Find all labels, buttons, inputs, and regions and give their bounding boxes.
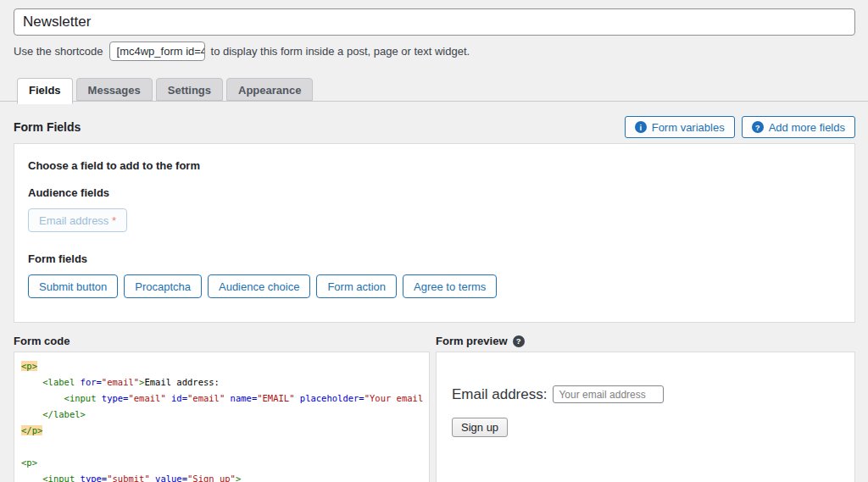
form-editor-page: Use the shortcode to display this form i… [0,0,868,482]
code-preview-columns: Form code <p> <label for="email">Email a… [14,335,855,482]
field-chooser-panel: Choose a field to add to the form Audien… [14,143,855,323]
procaptcha-button[interactable]: Procaptcha [124,274,202,298]
code-line: </p> [21,423,429,439]
form-code-editor[interactable]: <p> <label for="email">Email address: <i… [14,352,430,482]
tab-settings[interactable]: Settings [156,78,223,101]
form-code-label: Form code [14,335,70,347]
submit-button-button[interactable]: Submit button [28,274,118,298]
required-asterisk: * [112,214,116,227]
add-more-fields-button-label: Add more fields [769,121,845,134]
add-more-fields-button[interactable]: ?Add more fields [742,116,855,138]
form-fields-heading: Form fields [28,252,841,265]
form-title-input[interactable] [14,8,855,36]
code-line: <input type="submit" value="Sign up"> [21,471,429,482]
preview-email-input[interactable] [553,385,664,403]
code-line: </label> [21,407,429,423]
form-variables-button-label: Form variables [652,121,725,134]
question-icon: ? [752,121,764,133]
email-address-field-button[interactable]: Email address * [28,208,127,232]
form-field-buttons: Submit buttonProcaptchaAudience choiceFo… [28,274,841,298]
code-line: <label for="email">Email address: [21,374,429,391]
audience-choice-button[interactable]: Audience choice [208,274,310,298]
help-icon[interactable]: ? [513,335,525,347]
page-title: Form Fields [14,120,81,134]
shortcode-prefix-text: Use the shortcode [14,45,103,58]
form-fields-header: Form Fields iForm variables?Add more fie… [14,116,855,138]
info-icon: i [635,121,647,133]
tab-appearance[interactable]: Appearance [226,78,313,101]
shortcode-suffix-text: to display this form inside a post, page… [211,45,470,58]
code-line: <p> [21,358,429,374]
form-action-button[interactable]: Form action [316,274,397,298]
code-line: <p> [21,455,429,471]
preview-signup-button[interactable]: Sign up [452,418,508,437]
tab-bar: FieldsMessagesSettingsAppearance [14,78,855,104]
form-code-column: Form code <p> <label for="email">Email a… [14,335,430,482]
form-preview-panel: Email address: Sign up [436,352,855,482]
field-chooser-intro: Choose a field to add to the form [28,159,841,172]
form-variables-button[interactable]: iForm variables [625,116,735,138]
header-buttons: iForm variables?Add more fields [625,116,855,138]
form-preview-column: Form preview ? Email address: Sign up [436,335,855,482]
shortcode-input[interactable] [109,42,205,61]
audience-fields-heading: Audience fields [28,186,841,199]
form-preview-label: Form preview [436,335,508,347]
code-line: <input type="email" id="email" name="EMA… [21,391,429,407]
tab-fields[interactable]: Fields [17,78,73,104]
preview-email-label: Email address: [452,386,547,403]
tab-messages[interactable]: Messages [76,78,153,101]
email-address-field-label: Email address [39,214,108,227]
shortcode-row: Use the shortcode to display this form i… [14,42,855,61]
code-line [21,439,429,455]
agree-to-terms-button[interactable]: Agree to terms [403,274,497,298]
